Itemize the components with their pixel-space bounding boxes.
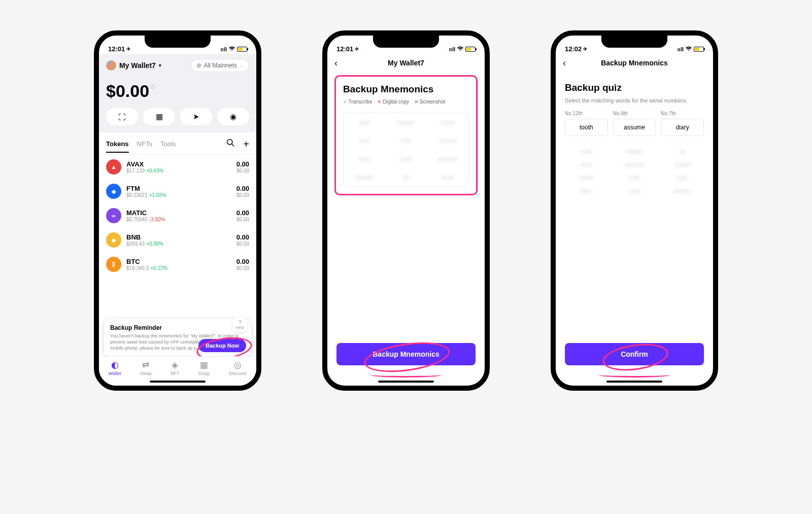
nav-label: NFT [171, 371, 180, 376]
discover-icon: ◎ [229, 360, 247, 370]
location-icon: ✈ [126, 46, 130, 52]
status-time: 12:01 [336, 45, 353, 53]
token-price: $0.23021 +1.03% [126, 192, 231, 198]
mnemonic-grid: tapemargininfantcasecriticanimaldiarybus… [343, 113, 469, 187]
signal-icon: ıılI [449, 46, 455, 52]
quiz-word-option[interactable]: wonder [661, 188, 704, 194]
token-symbol: BTC [126, 258, 231, 265]
token-change: +0.30% [146, 241, 163, 247]
help-button[interactable]: ?Help [233, 317, 247, 332]
quiz-word-option[interactable]: tape [661, 175, 704, 181]
quiz-slot-value[interactable]: diary [661, 119, 704, 136]
tabs-row: Tokens NFTs Tools + [99, 132, 256, 155]
mnemonic-word: bust [385, 150, 427, 168]
mnemonic-word: margin [385, 113, 427, 131]
tab-tokens[interactable]: Tokens [106, 140, 129, 153]
x-icon: ✕ [377, 99, 381, 105]
send-button[interactable]: ➤ [180, 108, 212, 125]
wallet-header: My Wallet7 ▾ All Mainnets ⌄ $0.00 ⓘ ⛶ ▦ … [99, 54, 256, 132]
tab-tools[interactable]: Tools [160, 140, 176, 153]
token-value: $0.00 [236, 168, 249, 174]
scan-button[interactable]: ⛶ [106, 108, 138, 125]
buy-icon: ◉ [230, 112, 236, 121]
signal-icon: ıılI [221, 46, 227, 52]
mnemonic-word: animal [427, 131, 468, 150]
add-icon[interactable]: + [243, 139, 249, 150]
wallet-selector[interactable]: My Wallet7 ▾ [106, 60, 161, 71]
quiz-word-option[interactable]: tooth [565, 148, 608, 154]
quiz-word-option[interactable]: diary [565, 188, 608, 194]
token-price: $269.43 +0.30% [126, 241, 231, 247]
reminder-title: Backup Reminder [110, 324, 245, 331]
mnemonic-word: tooth [427, 168, 468, 186]
nav-item-wallet[interactable]: ◐Wallet [109, 360, 121, 386]
nav-title: Backup Mnemonics [601, 59, 667, 67]
token-list: ▲ AVAX $17.133 +0.43% 0.00 $0.00 ◈ FTM $… [99, 155, 256, 386]
backup-now-button[interactable]: Backup Now [198, 339, 246, 352]
quiz-word-option[interactable]: animal [661, 161, 704, 167]
mnemonic-word: diary [344, 150, 385, 168]
notch [145, 36, 211, 48]
svg-point-0 [227, 140, 232, 145]
caret-down-icon: ▾ [159, 63, 161, 68]
annotation-underline [599, 372, 670, 378]
signal-icon: ıılI [678, 46, 684, 52]
token-amount: 0.00 [236, 160, 249, 168]
dapp-icon: ▦ [198, 360, 210, 370]
token-row[interactable]: ₿ BTC $19,345.5 +0.22% 0.00 $0.00 [99, 252, 256, 277]
send-icon: ➤ [193, 112, 199, 121]
phone-backup-quiz: 12:02 ✈ ıılI ‹ Backup Mnemonics Backup q… [551, 30, 718, 391]
quiz-slot-value[interactable]: tooth [565, 119, 608, 136]
home-indicator [606, 381, 662, 383]
back-button[interactable]: ‹ [334, 58, 337, 68]
quiz-content: Backup quiz Select the matching words fo… [556, 72, 713, 343]
qr-button[interactable]: ▦ [143, 108, 175, 125]
token-row[interactable]: ◈ FTM $0.23021 +1.03% 0.00 $0.00 [99, 179, 256, 203]
nav-header: ‹ My Wallet7 [327, 54, 485, 72]
token-symbol: FTM [126, 185, 231, 192]
wifi-icon [228, 45, 235, 53]
token-amount: 0.00 [236, 185, 249, 192]
phone-backup-mnemonics: 12:01 ✈ ıılI ‹ My Wallet7 Backup Mnemoni… [322, 30, 490, 391]
token-row[interactable]: ◆ BNB $269.43 +0.30% 0.00 $0.00 [99, 228, 256, 252]
search-icon[interactable] [226, 139, 235, 150]
notch [373, 36, 439, 48]
quiz-word-option[interactable]: critic [613, 175, 656, 181]
quiz-word-option[interactable]: bust [565, 161, 608, 167]
token-value: $0.00 [236, 265, 249, 271]
nav-label: DApp [198, 371, 210, 376]
info-icon[interactable]: ⓘ [151, 84, 155, 90]
quiz-slots: No.12th toothNo.9th assumeNo.7th diary [565, 111, 704, 136]
quiz-word-option[interactable]: assume [613, 161, 656, 167]
quiz-slot-label: No.9th [613, 111, 656, 116]
nav-item-discover[interactable]: ◎Discover [229, 360, 247, 386]
quiz-slot-value[interactable]: assume [613, 119, 656, 136]
home-indicator [378, 381, 434, 383]
quiz-word-option[interactable]: infant [565, 175, 608, 181]
back-button[interactable]: ‹ [563, 58, 566, 68]
wallet-icon: ◐ [109, 360, 121, 370]
swap-icon: ⇄ [140, 360, 152, 370]
rule-item: ✕ Digital copy [377, 99, 409, 105]
buy-button[interactable]: ◉ [217, 108, 249, 125]
confirm-button[interactable]: Confirm [565, 343, 704, 365]
quiz-word-option[interactable]: art [661, 148, 704, 154]
network-selector[interactable]: All Mainnets ⌄ [191, 59, 249, 72]
rule-item: ✕ Screenshot [414, 99, 445, 105]
token-value: $0.00 [236, 192, 249, 198]
scan-icon: ⛶ [118, 113, 126, 121]
token-row[interactable]: ▲ AVAX $17.133 +0.43% 0.00 $0.00 [99, 155, 256, 179]
battery-icon [237, 47, 247, 52]
rule-label: Screenshot [420, 99, 446, 105]
quiz-word-option[interactable]: case [613, 188, 656, 194]
backup-mnemonics-button[interactable]: Backup Mnemonics [336, 343, 476, 365]
tab-nfts[interactable]: NFTs [137, 140, 152, 153]
token-row[interactable]: ∞ MATIC $0.75545 -3.50% 0.00 $0.00 [99, 203, 256, 228]
token-price: $19,345.5 +0.22% [126, 265, 231, 271]
mnemonics-panel: Backup Mnemonics ✓ Transcribe✕ Digital c… [334, 75, 478, 195]
quiz-slot: No.12th tooth [565, 111, 608, 136]
token-icon: ▲ [106, 159, 121, 175]
quiz-word-option[interactable]: margin [613, 148, 656, 154]
rule-label: Transcribe [349, 99, 373, 105]
backup-reminder-card: ?Help Backup Reminder You haven't backup… [104, 319, 251, 356]
